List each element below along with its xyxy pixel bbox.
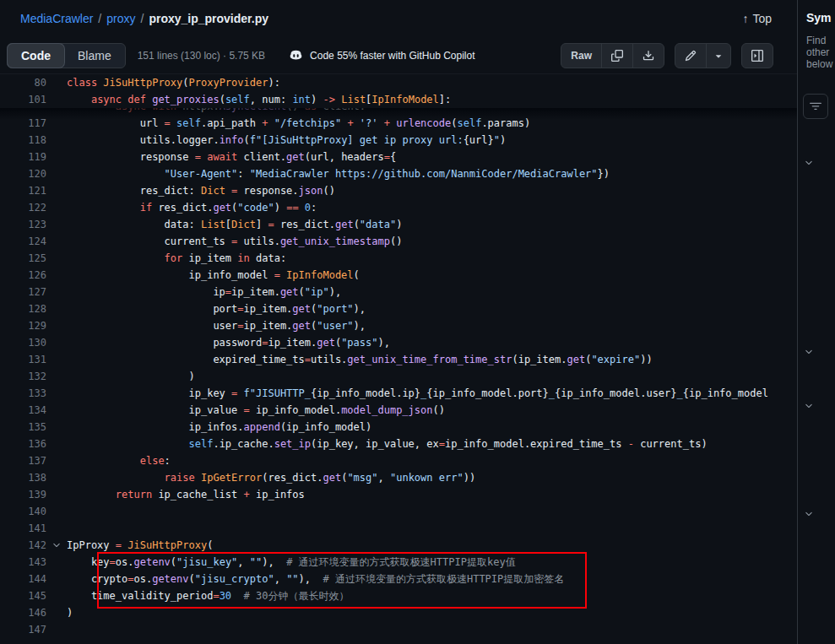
symbol-group-chevron-down-icon[interactable]	[803, 400, 815, 412]
tab-blame[interactable]: Blame	[64, 44, 125, 68]
line-number[interactable]: 141	[0, 520, 46, 537]
line-number[interactable]: 144	[0, 571, 46, 587]
file-actions: Raw	[561, 43, 773, 68]
raw-button[interactable]: Raw	[561, 44, 601, 68]
gutter-spacer	[46, 233, 67, 250]
line-number[interactable]: 117	[0, 115, 46, 132]
line-number[interactable]: 147	[0, 621, 46, 638]
copilot-banner[interactable]: Code 55% faster with GitHub Copilot	[289, 48, 474, 62]
edit-button[interactable]	[675, 44, 706, 68]
code-line: 101 async def get_proxies(self, num: int…	[0, 91, 797, 108]
tab-code[interactable]: Code	[8, 44, 64, 68]
symbols-panel-description: Find other below	[798, 35, 835, 70]
line-number[interactable]: 133	[0, 385, 46, 402]
filter-symbols-button[interactable]	[803, 94, 828, 119]
code-blame-switch: Code Blame	[7, 43, 126, 68]
gutter-spacer	[46, 469, 67, 486]
symbols-panel-toggle-button[interactable]	[742, 44, 773, 68]
gutter-spacer	[46, 74, 67, 91]
code-text: ip=ip_item.get("ip"),	[67, 284, 797, 300]
line-number[interactable]: 143	[0, 554, 46, 571]
line-number[interactable]: 126	[0, 267, 46, 284]
gutter-spacer	[46, 199, 67, 216]
line-number[interactable]: 136	[0, 436, 46, 452]
gutter-spacer	[46, 149, 67, 165]
code-text: ip_key = f"JISUHTTP_{ip_info_model.ip}_{…	[67, 385, 797, 402]
code-text	[67, 503, 797, 520]
line-number[interactable]: 101	[0, 91, 46, 108]
file-toolbar: Code Blame 151 lines (130 loc) · 5.75 KB…	[0, 37, 797, 74]
line-number[interactable]: 130	[0, 334, 46, 351]
breadcrumb-separator: /	[140, 12, 144, 25]
code-text: ip_value = ip_info_model.model_dump_json…	[67, 402, 797, 419]
line-number[interactable]: 119	[0, 149, 46, 165]
line-number[interactable]: 132	[0, 368, 46, 385]
code-line: 128 port=ip_item.get("port"),	[0, 300, 797, 317]
filter-icon	[810, 100, 821, 112]
gutter-spacer	[46, 334, 67, 351]
edit-actions-group	[675, 43, 731, 68]
line-number[interactable]: 140	[0, 503, 46, 520]
line-number[interactable]: 142	[0, 537, 46, 554]
line-number[interactable]: 135	[0, 419, 46, 436]
gutter-spacer	[46, 452, 67, 469]
symbol-group-chevron-down-icon[interactable]	[803, 157, 815, 169]
collapse-chevron-icon	[52, 540, 62, 550]
code-text: res_dict: Dict = response.json()	[67, 182, 797, 199]
code-text	[67, 520, 797, 537]
edit-dropdown-button[interactable]	[706, 44, 730, 68]
line-number[interactable]: 118	[0, 132, 46, 149]
line-number[interactable]: 123	[0, 216, 46, 233]
line-number[interactable]: 124	[0, 233, 46, 250]
gutter-spacer	[46, 284, 67, 300]
line-number[interactable]: 125	[0, 250, 46, 267]
code-text: ip_info_model = IpInfoModel(	[67, 267, 797, 284]
back-to-top-link[interactable]: ↑ Top	[742, 12, 772, 25]
line-number[interactable]: 128	[0, 300, 46, 317]
line-number[interactable]: 137	[0, 452, 46, 469]
line-number[interactable]: 129	[0, 317, 46, 334]
line-number[interactable]: 80	[0, 74, 46, 91]
code-text: time_validity_period=30 # 30分钟（最长时效）	[67, 587, 797, 604]
copy-icon	[611, 50, 623, 62]
symbol-group-chevron-down-icon[interactable]	[803, 508, 815, 520]
line-collapse-toggle[interactable]	[46, 537, 67, 554]
line-number[interactable]: 134	[0, 402, 46, 419]
line-number[interactable]: 146	[0, 604, 46, 621]
code-line: 121 res_dict: Dict = response.json()	[0, 182, 797, 199]
gutter-spacer	[46, 165, 67, 182]
gutter-spacer	[46, 621, 67, 638]
copy-button[interactable]	[601, 44, 632, 68]
line-number[interactable]: 131	[0, 351, 46, 368]
line-number[interactable]: 127	[0, 284, 46, 300]
code-line: 131 expired_time_ts=utils.get_unix_time_…	[0, 351, 797, 368]
triangle-down-icon	[713, 50, 724, 62]
code-text: url = self.api_path + "/fetchips" + '?' …	[67, 115, 797, 132]
code-text: class JiSuHttpProxy(ProxyProvider):	[67, 74, 797, 91]
line-number[interactable]: 122	[0, 199, 46, 216]
gutter-spacer	[46, 115, 67, 132]
line-number[interactable]: 139	[0, 486, 46, 503]
sticky-lines: 80class JiSuHttpProxy(ProxyProvider):101…	[0, 74, 797, 108]
breadcrumb-folder-link[interactable]: proxy	[106, 12, 135, 25]
symbols-panel-title: Sym	[798, 0, 835, 24]
back-to-top-label: Top	[752, 12, 772, 25]
line-number[interactable]: 121	[0, 182, 46, 199]
gutter-spacer	[46, 91, 67, 108]
line-number[interactable]: 120	[0, 165, 46, 182]
gutter-spacer	[46, 216, 67, 233]
code-line: 146)	[0, 604, 797, 621]
panel-toggle-group	[741, 43, 773, 68]
line-number[interactable]: 145	[0, 587, 46, 604]
code-text: return ip_cache_list + ip_infos	[67, 486, 797, 503]
code-text: if res_dict.get("code") == 0:	[67, 199, 797, 216]
gutter-spacer	[46, 300, 67, 317]
line-number[interactable]: 138	[0, 469, 46, 486]
code-line: 80class JiSuHttpProxy(ProxyProvider):	[0, 74, 797, 91]
symbol-group-chevron-down-icon[interactable]	[803, 346, 815, 358]
code-text	[67, 621, 797, 638]
breadcrumb-repo-link[interactable]: MediaCrawler	[20, 12, 93, 25]
code-text: utils.logger.info(f"[JiSuHttpProxy] get …	[67, 132, 797, 149]
download-button[interactable]	[632, 44, 664, 68]
code-text: )	[67, 368, 797, 385]
